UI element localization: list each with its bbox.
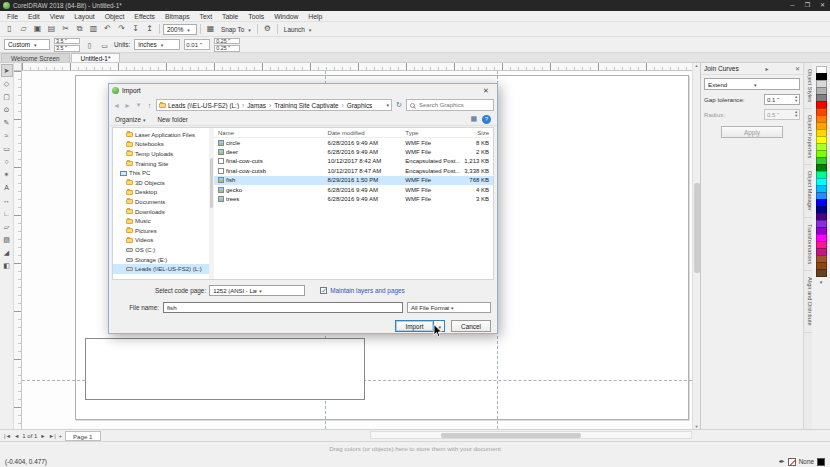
ellipse-tool[interactable]: ○ [1, 155, 13, 168]
breadcrumb-segment[interactable]: Jamas [245, 102, 268, 109]
view-mode-icon[interactable]: ▦ [470, 115, 477, 123]
up-icon[interactable]: ↑ [145, 102, 154, 109]
close-button[interactable]: ✕ [815, 0, 830, 11]
horizontal-scroll-thumb[interactable] [441, 433, 581, 438]
maintain-layers-checkbox[interactable] [320, 287, 327, 294]
vertical-scrollbar[interactable]: ▲ ▼ [692, 63, 700, 429]
breadcrumb-segment[interactable]: Graphics [345, 102, 375, 109]
shadow-tool[interactable]: ▱ [1, 220, 13, 233]
file-row[interactable]: deer6/28/2016 9:49 AMWMF File2 KB [214, 147, 493, 156]
previous-page-button[interactable]: ◄ [14, 433, 19, 439]
undo-icon[interactable]: ↶ [101, 23, 114, 35]
search-box[interactable] [406, 99, 494, 111]
import-dropdown-button[interactable] [434, 320, 446, 332]
tree-item[interactable]: Laser Application Files [113, 130, 209, 140]
docker-flyout-icon[interactable]: ▸ [765, 65, 768, 72]
tree-item[interactable]: Downloads [113, 207, 209, 217]
gap-tolerance-spinner[interactable]: 0.1 " ▲▼ [764, 94, 800, 105]
new-document-icon[interactable]: ▯ [3, 23, 16, 35]
breadcrumb-segment[interactable]: Leads (\\EL-US-FS2) (L:) [166, 102, 241, 109]
color-swatch[interactable] [816, 269, 827, 277]
options-gear-icon[interactable]: ⚙ [261, 23, 274, 35]
text-tool[interactable]: A [1, 181, 13, 194]
menu-item-help[interactable]: Help [303, 13, 327, 20]
menu-item-edit[interactable]: Edit [23, 13, 45, 20]
import-button[interactable]: Import [395, 320, 433, 332]
document-tab[interactable]: Untitled-1* [71, 53, 121, 62]
add-page-button[interactable]: + [59, 433, 62, 439]
file-row[interactable]: circle6/28/2016 9:49 AMWMF File8 KB [214, 138, 493, 147]
file-name-input[interactable] [163, 302, 403, 313]
organize-button[interactable]: Organize [115, 116, 145, 123]
file-row[interactable]: final-cow-cutsb10/12/2017 8:47 AMEncapsu… [214, 166, 493, 175]
breadcrumb-segment[interactable]: Training Site Captivate [272, 102, 340, 109]
code-page-select[interactable]: 1252 (ANSI - Latin I) [209, 285, 305, 296]
cut-icon[interactable]: ✂ [59, 23, 72, 35]
address-dropdown-icon[interactable] [384, 102, 389, 108]
column-header-date[interactable]: Date modified [326, 130, 404, 136]
tree-item[interactable]: Temp Uploads [113, 149, 209, 159]
document-tab[interactable]: Welcome Screen [1, 53, 70, 62]
tree-item[interactable]: This PC [113, 168, 209, 178]
transparency-tool[interactable]: ▨ [1, 233, 13, 246]
crop-tool[interactable]: ▢ [1, 90, 13, 103]
horizontal-ruler[interactable] [22, 63, 692, 71]
column-header-size[interactable]: Size [461, 130, 493, 136]
file-format-select[interactable]: All File Formats [407, 302, 491, 313]
cancel-button[interactable]: Cancel [451, 320, 491, 332]
minimize-button[interactable]: ─ [785, 0, 800, 11]
import-icon[interactable]: ↧ [129, 23, 142, 35]
address-bar[interactable]: Leads (\\EL-US-FS2) (L:)›Jamas›Training … [156, 99, 392, 111]
vertical-ruler[interactable] [14, 71, 22, 429]
connector-tool[interactable]: ∟ [1, 207, 13, 220]
redo-icon[interactable]: ↷ [115, 23, 128, 35]
artistic-media-tool[interactable]: ≈ [1, 129, 13, 142]
history-dropdown-icon[interactable]: ▾ [134, 101, 143, 109]
apply-button[interactable]: Apply [721, 126, 783, 138]
duplicate-distance-y-field[interactable]: 0.25 " [214, 45, 240, 52]
pick-tool[interactable]: ➤ [1, 64, 13, 77]
tree-item[interactable]: Videos [113, 236, 209, 246]
file-row[interactable]: final-cow-cuts10/12/2017 8:42 AMEncapsul… [214, 157, 493, 166]
page-width-field[interactable]: 3.5 " [54, 38, 80, 45]
rectangle-object[interactable] [85, 338, 365, 400]
polygon-tool[interactable]: ✶ [1, 168, 13, 181]
palette-more-icon[interactable]: ▾ [820, 279, 823, 285]
next-page-button[interactable]: ► [40, 433, 45, 439]
page-tab[interactable]: Page 1 [65, 431, 101, 441]
menu-item-view[interactable]: View [45, 13, 70, 20]
duplicate-distance-x-field[interactable]: 0.25 " [214, 38, 240, 45]
dialog-close-icon[interactable]: ✕ [478, 87, 494, 95]
menu-item-object[interactable]: Object [100, 13, 130, 20]
menu-item-effects[interactable]: Effects [129, 13, 160, 20]
menu-item-text[interactable]: Text [195, 13, 217, 20]
tree-item[interactable]: Leads (\\EL-US-FS2) (L:) [113, 264, 209, 274]
page-height-field[interactable]: 3.5 " [54, 45, 80, 52]
last-page-button[interactable]: ►| [49, 433, 56, 439]
nudge-distance-field[interactable]: 0.01 " [184, 39, 210, 50]
first-page-button[interactable]: |◄ [4, 433, 11, 439]
back-icon[interactable]: ◄ [112, 102, 121, 109]
tree-item[interactable]: OS (C:) [113, 245, 209, 255]
join-mode-select[interactable]: Extend [704, 78, 800, 90]
paste-icon[interactable]: ▥ [87, 23, 100, 35]
shape-tool[interactable]: ◇ [1, 77, 13, 90]
menu-item-bitmaps[interactable]: Bitmaps [160, 13, 195, 20]
import-dialog-titlebar[interactable]: Import ✕ [109, 84, 497, 97]
interactive-fill-tool[interactable]: ◧ [1, 259, 13, 272]
freehand-tool[interactable]: ✎ [1, 116, 13, 129]
file-row[interactable]: fish8/29/2016 1:50 PMWMF File768 KB [214, 176, 493, 185]
page-preset-select[interactable]: Custom [4, 39, 50, 50]
tree-item[interactable]: Desktop [113, 188, 209, 198]
menu-item-file[interactable]: File [2, 13, 23, 20]
tree-item[interactable]: 3D Objects [113, 178, 209, 188]
refresh-icon[interactable]: ↻ [394, 101, 404, 109]
tree-item[interactable]: Pictures [113, 226, 209, 236]
help-icon[interactable]: ? [482, 115, 491, 124]
forward-icon[interactable]: ► [123, 102, 132, 109]
launch-button[interactable]: Launch [281, 26, 314, 33]
save-icon[interactable]: ▣ [31, 23, 44, 35]
column-header-name[interactable]: Name [214, 130, 326, 136]
portrait-button[interactable]: ▯ [84, 39, 95, 50]
menu-item-table[interactable]: Table [217, 13, 243, 20]
